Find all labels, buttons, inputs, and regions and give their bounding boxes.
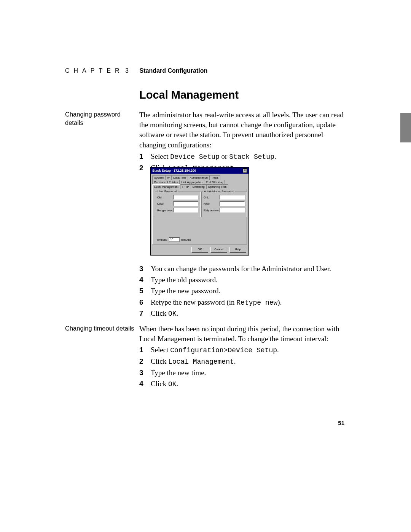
user-old-password-input[interactable] — [173, 195, 198, 200]
user-new-password-input[interactable] — [173, 201, 198, 206]
admin-retype-password-input[interactable] — [220, 208, 245, 212]
admin-old-password-input[interactable] — [220, 195, 245, 200]
dialog-titlebar: Stack Setup - 172.28.184.200 × — [151, 168, 249, 174]
tab-authentication[interactable]: Authentication — [188, 175, 210, 180]
step-row: 2 Click Local Management. — [139, 356, 345, 367]
margin-note-timeout: Changing timeout details — [65, 324, 141, 332]
admin-new-password-input[interactable] — [220, 201, 245, 206]
tab-traps[interactable]: Traps — [209, 175, 220, 180]
timeout-unit: minutes — [181, 238, 191, 241]
close-icon[interactable]: × — [242, 168, 247, 173]
step-row: 3 Type the new time. — [139, 368, 345, 378]
ok-button[interactable]: OK — [191, 247, 208, 253]
chapter-word: CHAPTER — [65, 67, 123, 74]
tab-local-management[interactable]: Local Management — [152, 184, 180, 189]
step-row: 5 Type the new password. — [139, 286, 345, 296]
tab-ip[interactable]: IP — [165, 175, 172, 180]
timeout-label: Timeout: — [156, 238, 167, 241]
page: CHAPTER 3 Standard Configuration Local M… — [0, 0, 411, 532]
field-row: Old: — [157, 195, 198, 200]
step-row: 7 Click OK. — [139, 308, 345, 319]
timeout-row: Timeout: 10 minutes — [156, 237, 191, 242]
dialog-buttons: OK Cancel Help — [151, 245, 249, 255]
dialog-body: System IP Date/Time Authentication Traps… — [151, 174, 249, 245]
tabs-row-1: System IP Date/Time Authentication Traps — [152, 175, 247, 180]
chapter-title: Standard Configuration — [140, 67, 208, 74]
tab-link-aggregation[interactable]: Link Aggregation — [179, 180, 204, 184]
tab-datetime[interactable]: Date/Time — [171, 175, 188, 180]
tab-panel: User Password Old: New: Retype new: Admi… — [152, 189, 247, 244]
margin-note-password: Changing password details — [65, 110, 134, 127]
step-row: 4 Click OK. — [139, 379, 345, 389]
field-row: Retype new: — [157, 208, 198, 212]
tab-permanent-entries[interactable]: Permanent Entries — [152, 180, 180, 184]
admin-password-group: Administrator Password Old: New: Retype … — [201, 192, 247, 217]
step-row: 6 Retype the new password (in Retype new… — [139, 297, 345, 308]
field-row: New: — [204, 201, 245, 206]
field-row: New: — [157, 201, 198, 206]
field-row: Old: — [204, 195, 245, 200]
steps-b: 1 Select Configuration>Device Setup. 2 C… — [139, 345, 345, 390]
tab-system[interactable]: System — [152, 175, 166, 180]
intro-paragraph-b: When there has been no input during this… — [139, 324, 345, 344]
timeout-input[interactable]: 10 — [169, 237, 180, 242]
group-label: Administrator Password — [203, 190, 235, 193]
stack-setup-dialog: Stack Setup - 172.28.184.200 × System IP… — [150, 167, 249, 256]
help-button[interactable]: Help — [229, 247, 246, 253]
step-row: 1 Select Device Setup or Stack Setup. — [139, 152, 345, 162]
chapter-number: 3 — [125, 67, 133, 74]
step-row: 1 Select Configuration>Device Setup. — [139, 345, 345, 355]
step-row: 3 You can change the passwords for the A… — [139, 264, 345, 274]
steps-a2: 3 You can change the passwords for the A… — [139, 264, 345, 320]
dialog-title-text: Stack Setup - 172.28.184.200 — [152, 169, 196, 173]
running-header: CHAPTER 3 Standard Configuration — [65, 67, 207, 74]
cancel-button[interactable]: Cancel — [210, 247, 227, 253]
step-row: 4 Type the old password. — [139, 275, 345, 285]
group-label: User Password — [157, 190, 178, 193]
page-number: 51 — [338, 420, 344, 426]
section-title: Local Management — [139, 89, 239, 101]
intro-paragraph-a: The administrator has read-write access … — [139, 110, 345, 150]
thumb-index-tab — [400, 113, 411, 142]
tab-port-mirroring[interactable]: Port Mirroring — [204, 180, 225, 184]
tabs-row-2: Permanent Entries Link Aggregation Port … — [152, 180, 247, 184]
field-row: Retype new: — [204, 208, 245, 212]
user-retype-password-input[interactable] — [173, 208, 198, 212]
user-password-group: User Password Old: New: Retype new: — [155, 192, 201, 217]
